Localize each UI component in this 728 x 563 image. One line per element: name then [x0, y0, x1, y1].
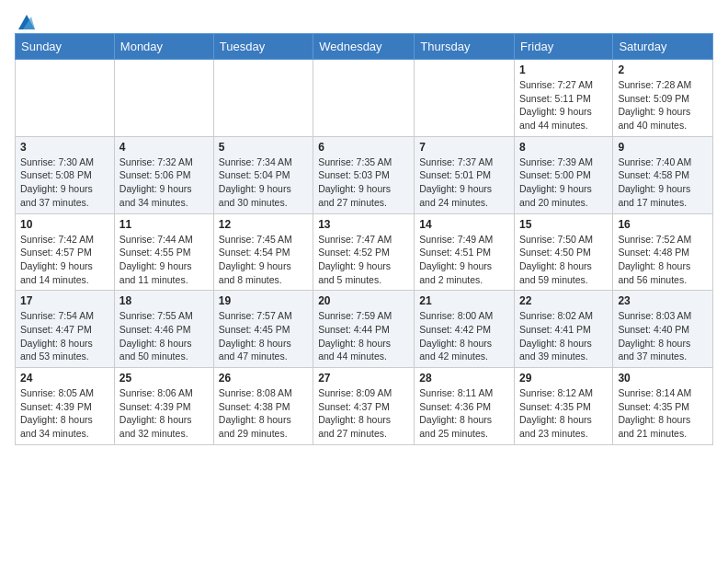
day-info: Sunrise: 8:06 AM Sunset: 4:39 PM Dayligh…	[119, 386, 209, 441]
calendar-header-sunday: Sunday	[16, 34, 115, 60]
day-info: Sunrise: 7:30 AM Sunset: 5:08 PM Dayligh…	[20, 155, 109, 210]
day-info: Sunrise: 8:03 AM Sunset: 4:40 PM Dayligh…	[618, 309, 708, 363]
calendar-cell: 27Sunrise: 8:09 AM Sunset: 4:37 PM Dayli…	[313, 368, 415, 445]
day-number: 24	[20, 372, 109, 385]
day-number: 5	[219, 141, 308, 154]
calendar-cell	[313, 60, 415, 137]
calendar-cell: 28Sunrise: 8:11 AM Sunset: 4:36 PM Dayli…	[415, 368, 515, 445]
day-info: Sunrise: 7:40 AM Sunset: 4:58 PM Dayligh…	[618, 155, 708, 210]
calendar-cell: 6Sunrise: 7:35 AM Sunset: 5:03 PM Daylig…	[313, 136, 415, 213]
day-number: 10	[20, 218, 109, 231]
day-number: 28	[419, 372, 509, 385]
calendar-cell: 26Sunrise: 8:08 AM Sunset: 4:38 PM Dayli…	[213, 368, 313, 445]
day-number: 3	[20, 141, 109, 154]
day-number: 7	[419, 141, 509, 154]
day-info: Sunrise: 8:14 AM Sunset: 4:35 PM Dayligh…	[618, 386, 708, 441]
calendar-cell: 10Sunrise: 7:42 AM Sunset: 4:57 PM Dayli…	[16, 213, 115, 291]
day-info: Sunrise: 7:55 AM Sunset: 4:46 PM Dayligh…	[119, 309, 209, 363]
day-number: 4	[119, 141, 209, 154]
day-number: 18	[119, 294, 209, 307]
calendar-cell: 7Sunrise: 7:37 AM Sunset: 5:01 PM Daylig…	[415, 136, 515, 213]
day-info: Sunrise: 7:44 AM Sunset: 4:55 PM Dayligh…	[119, 233, 209, 287]
day-info: Sunrise: 7:52 AM Sunset: 4:48 PM Dayligh…	[618, 233, 708, 287]
day-info: Sunrise: 8:08 AM Sunset: 4:38 PM Dayligh…	[219, 386, 308, 441]
calendar-header-saturday: Saturday	[613, 34, 713, 60]
calendar-week-row: 24Sunrise: 8:05 AM Sunset: 4:39 PM Dayli…	[16, 368, 713, 445]
day-info: Sunrise: 8:11 AM Sunset: 4:36 PM Dayligh…	[419, 386, 509, 441]
calendar-cell: 23Sunrise: 8:03 AM Sunset: 4:40 PM Dayli…	[613, 291, 713, 368]
calendar-cell: 8Sunrise: 7:39 AM Sunset: 5:00 PM Daylig…	[515, 136, 613, 213]
calendar-table: SundayMondayTuesdayWednesdayThursdayFrid…	[15, 33, 713, 445]
calendar-cell: 24Sunrise: 8:05 AM Sunset: 4:39 PM Dayli…	[16, 368, 115, 445]
day-number: 14	[419, 218, 509, 231]
day-number: 17	[20, 294, 109, 307]
day-number: 25	[119, 372, 209, 385]
calendar-header-friday: Friday	[515, 34, 613, 60]
day-info: Sunrise: 8:00 AM Sunset: 4:42 PM Dayligh…	[419, 309, 509, 363]
day-info: Sunrise: 7:32 AM Sunset: 5:06 PM Dayligh…	[119, 155, 209, 210]
calendar-cell	[213, 60, 313, 137]
calendar-cell: 11Sunrise: 7:44 AM Sunset: 4:55 PM Dayli…	[114, 213, 213, 291]
day-info: Sunrise: 7:27 AM Sunset: 5:11 PM Dayligh…	[519, 78, 608, 132]
calendar-cell: 17Sunrise: 7:54 AM Sunset: 4:47 PM Dayli…	[16, 291, 115, 368]
day-number: 30	[618, 372, 708, 385]
day-number: 6	[318, 141, 409, 154]
day-number: 26	[219, 372, 308, 385]
logo-icon	[18, 15, 35, 29]
calendar-header-tuesday: Tuesday	[213, 34, 313, 60]
day-info: Sunrise: 7:28 AM Sunset: 5:09 PM Dayligh…	[618, 78, 708, 132]
day-number: 1	[519, 63, 608, 76]
day-info: Sunrise: 8:02 AM Sunset: 4:41 PM Dayligh…	[519, 309, 608, 363]
day-number: 12	[219, 218, 308, 231]
day-number: 19	[219, 294, 308, 307]
calendar-cell: 16Sunrise: 7:52 AM Sunset: 4:48 PM Dayli…	[613, 213, 713, 291]
calendar-cell: 3Sunrise: 7:30 AM Sunset: 5:08 PM Daylig…	[16, 136, 115, 213]
calendar-cell: 18Sunrise: 7:55 AM Sunset: 4:46 PM Dayli…	[114, 291, 213, 368]
calendar-cell: 22Sunrise: 8:02 AM Sunset: 4:41 PM Dayli…	[515, 291, 613, 368]
day-info: Sunrise: 7:54 AM Sunset: 4:47 PM Dayligh…	[20, 309, 109, 363]
day-info: Sunrise: 7:35 AM Sunset: 5:03 PM Dayligh…	[318, 155, 409, 210]
calendar-week-row: 3Sunrise: 7:30 AM Sunset: 5:08 PM Daylig…	[16, 136, 713, 213]
day-info: Sunrise: 7:34 AM Sunset: 5:04 PM Dayligh…	[219, 155, 308, 210]
calendar-cell: 2Sunrise: 7:28 AM Sunset: 5:09 PM Daylig…	[613, 60, 713, 137]
day-number: 15	[519, 218, 608, 231]
calendar-cell: 15Sunrise: 7:50 AM Sunset: 4:50 PM Dayli…	[515, 213, 613, 291]
logo	[15, 15, 35, 26]
day-number: 8	[519, 141, 608, 154]
calendar-header-row: SundayMondayTuesdayWednesdayThursdayFrid…	[16, 34, 713, 60]
day-info: Sunrise: 7:37 AM Sunset: 5:01 PM Dayligh…	[419, 155, 509, 210]
header	[15, 15, 713, 26]
calendar-header-wednesday: Wednesday	[313, 34, 415, 60]
day-info: Sunrise: 8:09 AM Sunset: 4:37 PM Dayligh…	[318, 386, 409, 441]
day-number: 27	[318, 372, 409, 385]
calendar-cell: 25Sunrise: 8:06 AM Sunset: 4:39 PM Dayli…	[114, 368, 213, 445]
calendar-cell: 30Sunrise: 8:14 AM Sunset: 4:35 PM Dayli…	[613, 368, 713, 445]
calendar-cell: 12Sunrise: 7:45 AM Sunset: 4:54 PM Dayli…	[213, 213, 313, 291]
calendar-week-row: 17Sunrise: 7:54 AM Sunset: 4:47 PM Dayli…	[16, 291, 713, 368]
calendar-cell	[114, 60, 213, 137]
calendar-week-row: 10Sunrise: 7:42 AM Sunset: 4:57 PM Dayli…	[16, 213, 713, 291]
day-number: 16	[618, 218, 708, 231]
day-number: 22	[519, 294, 608, 307]
calendar-cell: 29Sunrise: 8:12 AM Sunset: 4:35 PM Dayli…	[515, 368, 613, 445]
day-info: Sunrise: 7:42 AM Sunset: 4:57 PM Dayligh…	[20, 233, 109, 287]
calendar-cell	[415, 60, 515, 137]
day-info: Sunrise: 7:49 AM Sunset: 4:51 PM Dayligh…	[419, 233, 509, 287]
calendar-cell: 14Sunrise: 7:49 AM Sunset: 4:51 PM Dayli…	[415, 213, 515, 291]
day-number: 20	[318, 294, 409, 307]
day-info: Sunrise: 7:47 AM Sunset: 4:52 PM Dayligh…	[318, 233, 409, 287]
calendar-cell: 4Sunrise: 7:32 AM Sunset: 5:06 PM Daylig…	[114, 136, 213, 213]
day-info: Sunrise: 7:50 AM Sunset: 4:50 PM Dayligh…	[519, 233, 608, 287]
calendar-cell: 21Sunrise: 8:00 AM Sunset: 4:42 PM Dayli…	[415, 291, 515, 368]
calendar-cell	[16, 60, 115, 137]
calendar-cell: 9Sunrise: 7:40 AM Sunset: 4:58 PM Daylig…	[613, 136, 713, 213]
day-number: 2	[618, 63, 708, 76]
calendar-header-monday: Monday	[114, 34, 213, 60]
day-info: Sunrise: 7:59 AM Sunset: 4:44 PM Dayligh…	[318, 309, 409, 363]
calendar-cell: 20Sunrise: 7:59 AM Sunset: 4:44 PM Dayli…	[313, 291, 415, 368]
calendar-week-row: 1Sunrise: 7:27 AM Sunset: 5:11 PM Daylig…	[16, 60, 713, 137]
calendar-cell: 1Sunrise: 7:27 AM Sunset: 5:11 PM Daylig…	[515, 60, 613, 137]
calendar-cell: 19Sunrise: 7:57 AM Sunset: 4:45 PM Dayli…	[213, 291, 313, 368]
calendar-cell: 5Sunrise: 7:34 AM Sunset: 5:04 PM Daylig…	[213, 136, 313, 213]
day-info: Sunrise: 8:12 AM Sunset: 4:35 PM Dayligh…	[519, 386, 608, 441]
